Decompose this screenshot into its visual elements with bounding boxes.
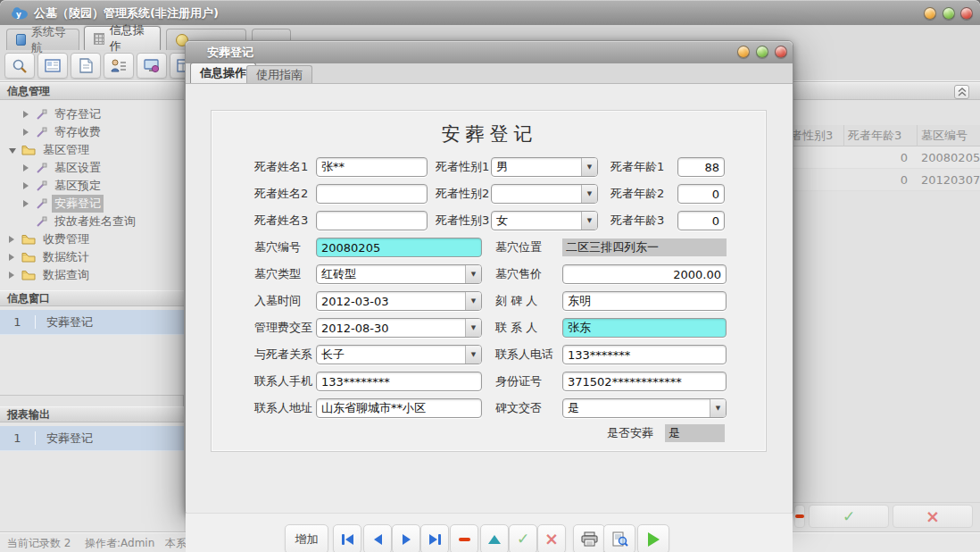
- burial-time-select[interactable]: 2012-03-03 ▼: [316, 291, 482, 311]
- grid-col-gender3[interactable]: 者性别3: [791, 125, 833, 146]
- dialog-tab-user-guide[interactable]: 使用指南: [246, 65, 312, 83]
- bg-cancel-button[interactable]: ×: [893, 505, 973, 528]
- section-title: 信息管理: [7, 84, 50, 99]
- post-record-button[interactable]: ✓: [509, 524, 537, 552]
- age3-label: 死者年龄3: [610, 211, 664, 230]
- next-record-button[interactable]: [392, 524, 420, 552]
- tree-item-deposit-register[interactable]: 寄存登记: [0, 105, 184, 123]
- minimize-button[interactable]: [924, 7, 936, 20]
- add-button[interactable]: 增加: [285, 524, 328, 552]
- prev-record-button[interactable]: [363, 524, 392, 552]
- chevron-down-icon[interactable]: ▼: [710, 399, 726, 417]
- grave-type-select[interactable]: 红砖型 ▼: [316, 264, 482, 284]
- execute-button[interactable]: [637, 524, 669, 552]
- chevron-down-icon[interactable]: ▼: [581, 158, 597, 176]
- tree-item-data-query[interactable]: 数据查询: [0, 266, 184, 284]
- info-card-button[interactable]: [37, 53, 68, 79]
- contact-mobile-input[interactable]: [316, 372, 482, 391]
- dialog-maximize-button[interactable]: [756, 46, 768, 58]
- expand-arrow-icon[interactable]: [23, 164, 30, 171]
- dialog-minimize-button[interactable]: [737, 46, 750, 58]
- tree-item-label: 数据查询: [40, 266, 92, 284]
- age3-input[interactable]: [677, 211, 725, 230]
- section-title: 信息窗口: [7, 291, 50, 306]
- fee-until-select[interactable]: 2012-08-30 ▼: [316, 318, 482, 338]
- grid-col-area-code[interactable]: 墓区编号: [921, 125, 968, 146]
- tree-item-cemetery-setup[interactable]: 墓区设置: [0, 159, 184, 177]
- collapse-arrow-icon[interactable]: [9, 148, 16, 154]
- form-title: 安葬登记: [212, 121, 768, 146]
- expand-arrow-icon[interactable]: [9, 236, 16, 243]
- grid-cell-code: 20080205: [921, 146, 980, 169]
- tab-system-nav[interactable]: 系统导航: [6, 29, 79, 50]
- search-button[interactable]: [4, 53, 35, 79]
- gender2-select[interactable]: ▼: [491, 184, 598, 204]
- close-button[interactable]: [960, 7, 973, 20]
- tree-item-data-stats[interactable]: 数据统计: [0, 248, 184, 266]
- tree-item-cemetery-reserve[interactable]: 墓区预定: [0, 177, 184, 195]
- wand-icon: [36, 180, 47, 192]
- nav-tree: 寄存登记 寄存收费 墓区管理 墓区设置 墓区预定: [0, 100, 184, 290]
- gender3-select[interactable]: 女 ▼: [491, 211, 598, 230]
- document-button[interactable]: [71, 53, 101, 79]
- first-record-button[interactable]: [333, 524, 361, 552]
- engraver-input[interactable]: [562, 291, 727, 311]
- expand-arrow-icon[interactable]: [23, 182, 30, 189]
- expand-arrow-icon[interactable]: [23, 129, 30, 136]
- delete-record-button[interactable]: [450, 524, 478, 552]
- bg-delete-button[interactable]: [794, 505, 805, 528]
- relation-select[interactable]: 长子 ▼: [316, 345, 482, 364]
- contact-input[interactable]: [562, 318, 727, 338]
- document-icon: [79, 58, 93, 73]
- tree-item-fee-mgmt[interactable]: 收费管理: [0, 230, 184, 248]
- list-item-label: 安葬登记: [36, 314, 93, 330]
- chevron-down-icon[interactable]: ▼: [465, 292, 481, 310]
- list-item[interactable]: 1 安葬登记: [0, 310, 184, 335]
- tree-item-deposit-fee[interactable]: 寄存收费: [0, 123, 184, 141]
- gender1-select[interactable]: 男 ▼: [491, 157, 598, 177]
- expand-arrow-icon[interactable]: [9, 254, 16, 261]
- bg-post-button[interactable]: ✓: [809, 505, 889, 528]
- edit-record-button[interactable]: [480, 524, 509, 552]
- list-item-index: 1: [0, 431, 36, 445]
- chevron-down-icon[interactable]: ▼: [465, 346, 481, 364]
- buried-display: 是: [665, 424, 725, 442]
- dialog-close-button[interactable]: [775, 46, 787, 58]
- list-item[interactable]: 1 安葬登记: [0, 426, 184, 451]
- tab-info-operation[interactable]: 信息操作: [84, 26, 161, 50]
- chevron-down-icon[interactable]: ▼: [465, 265, 481, 283]
- print-button[interactable]: [573, 524, 605, 552]
- expand-arrow-icon[interactable]: [23, 111, 30, 118]
- contact-label: 联 系 人: [495, 318, 537, 338]
- epitaph-select[interactable]: 是 ▼: [562, 398, 727, 418]
- cancel-record-button[interactable]: ×: [537, 524, 566, 552]
- grid-col-age3[interactable]: 死者年龄3: [848, 125, 901, 146]
- contact-tel-input[interactable]: [562, 345, 727, 364]
- age2-input[interactable]: [677, 184, 725, 204]
- check-icon: ✓: [843, 509, 855, 524]
- expand-arrow-icon[interactable]: [23, 200, 30, 207]
- collapse-panel-button[interactable]: [954, 85, 969, 99]
- expand-arrow-icon[interactable]: [9, 272, 16, 279]
- chevron-down-icon[interactable]: ▼: [465, 319, 481, 337]
- age1-input[interactable]: [677, 157, 725, 177]
- last-record-button[interactable]: [420, 524, 449, 552]
- print-preview-button[interactable]: [603, 524, 635, 552]
- tree-item-search-by-name[interactable]: 按故者姓名查询: [0, 213, 184, 230]
- name3-input[interactable]: [316, 211, 428, 230]
- report-output-list: 1 安葬登记: [0, 422, 184, 531]
- grave-no-input[interactable]: [316, 238, 482, 257]
- contact-addr-input[interactable]: [316, 398, 482, 418]
- id-no-input[interactable]: [562, 372, 727, 391]
- maximize-button[interactable]: [943, 7, 955, 20]
- tree-item-label: 墓区管理: [40, 141, 92, 159]
- name1-input[interactable]: [316, 157, 428, 177]
- person-list-button[interactable]: [104, 53, 134, 79]
- chevron-down-icon[interactable]: ▼: [581, 212, 597, 230]
- tree-item-cemetery-mgmt[interactable]: 墓区管理: [0, 141, 184, 159]
- monitor-button[interactable]: [137, 53, 167, 79]
- tree-item-burial-register[interactable]: 安葬登记: [0, 195, 184, 213]
- name2-input[interactable]: [316, 184, 428, 204]
- chevron-down-icon[interactable]: ▼: [581, 185, 597, 203]
- grave-price-input[interactable]: [562, 264, 727, 284]
